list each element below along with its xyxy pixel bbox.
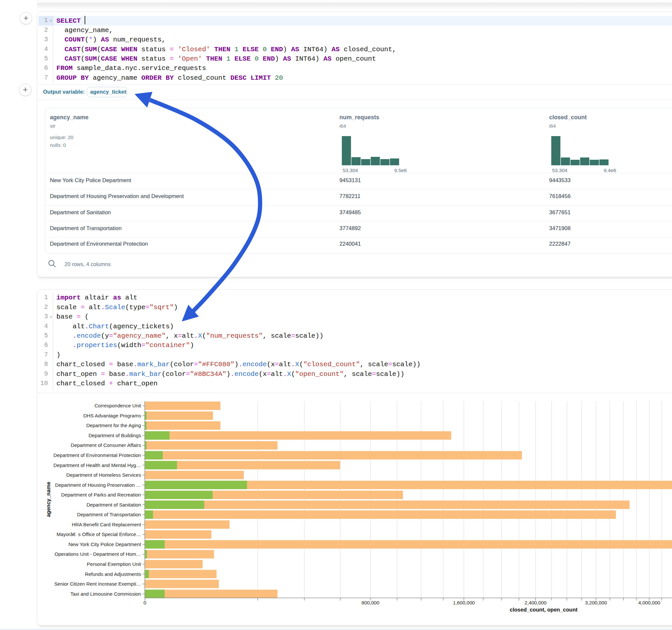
- svg-text:Operations Unit - Department o: Operations Unit - Department of Hom…: [54, 551, 141, 557]
- svg-text:800,000: 800,000: [361, 600, 379, 605]
- svg-text:Senior Citizen Rent Increase E: Senior Citizen Rent Increase Exempti…: [54, 581, 141, 587]
- svg-text:closed_count, open_count: closed_count, open_count: [510, 607, 578, 612]
- svg-text:2,400,000: 2,400,000: [525, 600, 547, 605]
- svg-text:Department of Consumer Affairs: Department of Consumer Affairs: [71, 442, 141, 448]
- svg-text:Department of Parks and Recrea: Department of Parks and Recreation: [61, 492, 141, 498]
- svg-text:3,200,000: 3,200,000: [585, 600, 607, 605]
- svg-text:Department of Housing Preserva: Department of Housing Preservation …: [55, 482, 141, 488]
- svg-text:9.4e6: 9.4e6: [604, 168, 616, 172]
- svg-text:Department of Sanitation: Department of Sanitation: [87, 502, 141, 508]
- svg-text:Refunds and Adjustments: Refunds and Adjustments: [85, 571, 141, 577]
- svg-text:agency_name: agency_name: [45, 482, 51, 517]
- svg-text:53,304: 53,304: [343, 168, 358, 172]
- svg-text:Department of Health and Menta: Department of Health and Mental Hyg…: [53, 462, 141, 468]
- svg-text:Department for the Aging: Department for the Aging: [86, 422, 141, 428]
- svg-text:4,000,000: 4,000,000: [638, 600, 660, 605]
- svg-text:Department of Buildings: Department of Buildings: [89, 433, 141, 438]
- svg-text:1,600,000: 1,600,000: [453, 600, 475, 605]
- svg-text:Department of Transportation: Department of Transportation: [77, 512, 141, 517]
- svg-text:HRA Benefit Card Replacement: HRA Benefit Card Replacement: [72, 522, 141, 527]
- svg-text:9.5e6: 9.5e6: [394, 168, 407, 172]
- svg-text:Department of Environmental Pr: Department of Environmental Protection: [53, 453, 141, 458]
- svg-text:Correspondence Unit: Correspondence Unit: [94, 403, 141, 408]
- svg-text:Personal Exemption Unit: Personal Exemption Unit: [87, 561, 141, 567]
- svg-text:Mayorâ€ s Office of Special En: Mayorâ€ s Office of Special Enforce…: [56, 532, 141, 537]
- svg-text:53,304: 53,304: [552, 168, 568, 172]
- svg-text:Department of Homeless Service: Department of Homeless Services: [67, 472, 141, 478]
- svg-text:Taxi and Limousine Commission: Taxi and Limousine Commission: [70, 591, 141, 597]
- svg-text:New York City Police Departmen: New York City Police Department: [68, 541, 141, 547]
- svg-text:DHS Advantage Programs: DHS Advantage Programs: [83, 413, 141, 418]
- svg-text:0: 0: [144, 600, 146, 605]
